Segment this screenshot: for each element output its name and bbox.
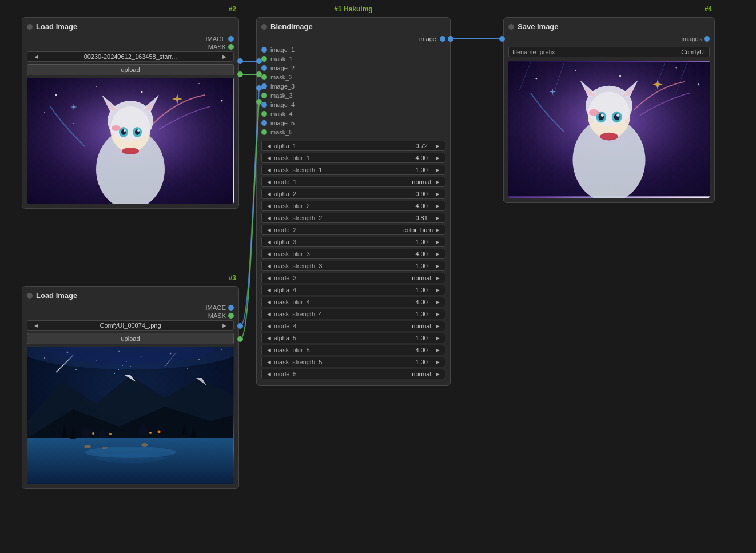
svg-point-51	[149, 432, 152, 434]
port-dot-image2[interactable]	[261, 65, 267, 71]
slider-mask-blur2[interactable]: ◄ mask_blur_2 4.00 ►	[261, 201, 445, 211]
slider-mode2[interactable]: ◄ mode_2 color_burn ►	[261, 225, 445, 235]
image-prev-1[interactable]: ◄	[31, 53, 42, 60]
image-port-row-1: IMAGE	[27, 35, 234, 42]
svg-point-86	[601, 114, 604, 117]
image-prev-2[interactable]: ◄	[31, 322, 42, 329]
port-dot-mask5[interactable]	[261, 129, 267, 135]
slider-right-mode4[interactable]: ►	[433, 323, 443, 329]
node-number-3: #3	[229, 274, 236, 282]
slider-alpha4[interactable]: ◄ alpha_4 1.00 ►	[261, 285, 445, 295]
slider-right-mode1[interactable]: ►	[433, 178, 443, 185]
slider-alpha1[interactable]: ◄ alpha_1 0.72 ►	[261, 141, 445, 151]
slider-right-alpha5[interactable]: ►	[433, 335, 443, 341]
slider-right-alpha3[interactable]: ►	[433, 238, 443, 245]
image-preview-2	[27, 347, 234, 484]
slider-right-ms4[interactable]: ►	[433, 311, 443, 317]
slider-left-mode4[interactable]: ◄	[264, 323, 274, 329]
image-next-1[interactable]: ►	[219, 53, 230, 60]
slider-left-ms3[interactable]: ◄	[264, 262, 274, 269]
slider-alpha2[interactable]: ◄ alpha_2 0.90 ►	[261, 189, 445, 199]
slider-left-mb1[interactable]: ◄	[264, 154, 274, 161]
port-dot-mask4[interactable]	[261, 111, 267, 117]
slider-left-alpha2[interactable]: ◄	[264, 190, 274, 197]
port-dot-image1[interactable]	[261, 47, 267, 53]
slider-left-mb5[interactable]: ◄	[264, 347, 274, 353]
slider-right-mb4[interactable]: ►	[433, 299, 443, 305]
port-mask4: mask_4	[261, 110, 445, 118]
slider-mask-strength5[interactable]: ◄ mask_strength_5 1.00 ►	[261, 357, 445, 367]
image-out-port-2[interactable]	[228, 305, 234, 311]
svg-point-67	[141, 443, 148, 447]
upload-button-2[interactable]: upload	[27, 333, 234, 344]
slider-alpha3[interactable]: ◄ alpha_3 1.00 ►	[261, 237, 445, 247]
blend-node-title: BlendImage	[261, 22, 445, 31]
port-image2: image_2	[261, 64, 445, 72]
slider-right-ms2[interactable]: ►	[433, 214, 443, 221]
slider-left-mode5[interactable]: ◄	[264, 371, 274, 377]
save-images-port[interactable]	[704, 36, 710, 42]
port-label-image2: image_2	[270, 65, 295, 71]
slider-mask-strength2[interactable]: ◄ mask_strength_2 0.81 ►	[261, 213, 445, 223]
mask-out-port-1[interactable]	[228, 44, 234, 50]
slider-right-ms5[interactable]: ►	[433, 359, 443, 365]
port-dot-mask1[interactable]	[261, 56, 267, 62]
save-images-label: images	[682, 35, 702, 42]
slider-left-mode3[interactable]: ◄	[264, 274, 274, 281]
slider-mode1[interactable]: ◄ mode_1 normal ►	[261, 177, 445, 187]
slider-left-alpha1[interactable]: ◄	[264, 142, 274, 149]
slider-right-mb1[interactable]: ►	[433, 154, 443, 161]
slider-right-alpha4[interactable]: ►	[433, 287, 443, 293]
slider-mask-blur5[interactable]: ◄ mask_blur_5 4.00 ►	[261, 345, 445, 355]
slider-right-alpha1[interactable]: ►	[433, 142, 443, 149]
port-dot-image3[interactable]	[261, 83, 267, 89]
slider-mode5[interactable]: ◄ mode_5 normal ►	[261, 369, 445, 379]
slider-left-ms2[interactable]: ◄	[264, 214, 274, 221]
slider-mask-strength4[interactable]: ◄ mask_strength_4 1.00 ►	[261, 309, 445, 319]
slider-left-mode2[interactable]: ◄	[264, 226, 274, 233]
blend-output-port[interactable]	[440, 36, 445, 42]
image-next-2[interactable]: ►	[219, 322, 230, 329]
image-out-port-1[interactable]	[228, 36, 234, 42]
slider-mode4[interactable]: ◄ mode_4 normal ►	[261, 321, 445, 331]
slider-right-mb3[interactable]: ►	[433, 250, 443, 257]
port-dot-mask2[interactable]	[261, 74, 267, 80]
slider-alpha5[interactable]: ◄ alpha_5 1.00 ►	[261, 333, 445, 343]
svg-point-45	[96, 453, 165, 463]
slider-left-alpha5[interactable]: ◄	[264, 335, 274, 341]
image-preview-1	[27, 78, 234, 204]
slider-right-mode5[interactable]: ►	[433, 371, 443, 377]
svg-point-47	[92, 432, 94, 435]
slider-mask-strength1[interactable]: ◄ mask_strength_1 1.00 ►	[261, 165, 445, 175]
port-dot-image5[interactable]	[261, 120, 267, 126]
blend-sliders: ◄ alpha_1 0.72 ► ◄ mask_blur_1 4.00 ► ◄ …	[261, 141, 445, 379]
slider-right-mode3[interactable]: ►	[433, 274, 443, 281]
slider-label-ms2: mask_strength_2	[274, 214, 410, 221]
slider-right-alpha2[interactable]: ►	[433, 190, 443, 197]
port-dot-image4[interactable]	[261, 102, 267, 108]
port-dot-mask3[interactable]	[261, 93, 267, 98]
slider-right-mb2[interactable]: ►	[433, 202, 443, 209]
slider-left-mb4[interactable]: ◄	[264, 299, 274, 305]
slider-mask-strength3[interactable]: ◄ mask_strength_3 1.00 ►	[261, 261, 445, 271]
slider-mode3[interactable]: ◄ mode_3 normal ►	[261, 273, 445, 283]
slider-left-mb2[interactable]: ◄	[264, 202, 274, 209]
slider-left-mode1[interactable]: ◄	[264, 178, 274, 185]
slider-left-ms1[interactable]: ◄	[264, 166, 274, 173]
slider-right-ms3[interactable]: ►	[433, 262, 443, 269]
mask-out-port-2[interactable]	[228, 313, 234, 319]
slider-right-mode2[interactable]: ►	[433, 226, 443, 233]
slider-left-alpha3[interactable]: ◄	[264, 238, 274, 245]
slider-left-alpha4[interactable]: ◄	[264, 287, 274, 293]
slider-value-ms2: 0.81	[410, 214, 433, 221]
slider-left-ms4[interactable]: ◄	[264, 311, 274, 317]
slider-value-ms1: 1.00	[410, 166, 433, 173]
upload-button-1[interactable]: upload	[27, 64, 234, 75]
slider-mask-blur1[interactable]: ◄ mask_blur_1 4.00 ►	[261, 153, 445, 163]
slider-left-mb3[interactable]: ◄	[264, 250, 274, 257]
slider-right-ms1[interactable]: ►	[433, 166, 443, 173]
slider-left-ms5[interactable]: ◄	[264, 359, 274, 365]
slider-right-mb5[interactable]: ►	[433, 347, 443, 353]
slider-mask-blur3[interactable]: ◄ mask_blur_3 4.00 ►	[261, 249, 445, 259]
slider-mask-blur4[interactable]: ◄ mask_blur_4 4.00 ►	[261, 297, 445, 307]
